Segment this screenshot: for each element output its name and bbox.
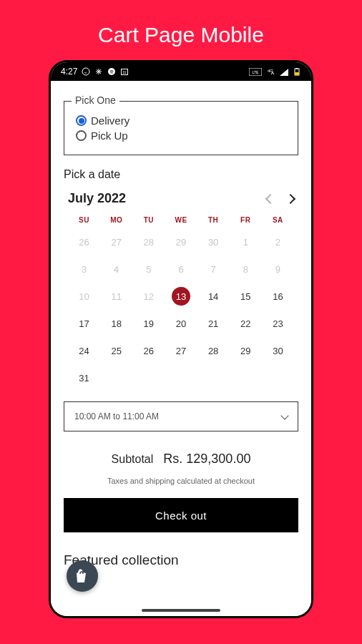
- calendar-day[interactable]: 25: [100, 337, 132, 364]
- calendar-prev-icon[interactable]: [265, 193, 275, 203]
- subtotal-amount: Rs. 129,300.00: [163, 452, 250, 467]
- calendar-day[interactable]: 11: [100, 283, 132, 310]
- calendar-day: [132, 364, 165, 391]
- radio-option-pickup[interactable]: Pick Up: [76, 130, 286, 142]
- home-indicator: [142, 609, 220, 612]
- calendar-day[interactable]: 22: [230, 310, 262, 337]
- checkout-button[interactable]: Check out: [64, 498, 298, 532]
- 4g-signal-icon: 4G: [265, 68, 275, 76]
- calendar-day[interactable]: 30: [197, 228, 230, 255]
- calendar-day[interactable]: 30: [262, 337, 294, 364]
- calendar-day[interactable]: 28: [197, 337, 230, 364]
- whatsapp-icon: [82, 67, 90, 76]
- shopify-fab[interactable]: [67, 560, 98, 592]
- calendar-day[interactable]: 28: [132, 228, 165, 255]
- calendar-day: [100, 364, 132, 391]
- battery-icon: [293, 68, 301, 76]
- radio-label: Pick Up: [91, 130, 128, 142]
- lte-icon: LTE: [249, 68, 262, 76]
- time-slot-value: 10:00 AM to 11:00 AM: [74, 411, 159, 421]
- radio-icon: [76, 130, 87, 141]
- calendar-day[interactable]: 2: [262, 228, 294, 255]
- calendar-dow: SA: [262, 216, 294, 224]
- svg-point-0: [82, 68, 89, 75]
- calendar-day[interactable]: 3: [68, 255, 100, 283]
- calendar-day[interactable]: 16: [262, 283, 294, 310]
- radio-label: Delivery: [91, 114, 129, 127]
- calendar-day[interactable]: 27: [165, 337, 197, 364]
- calendar-day[interactable]: 21: [197, 310, 230, 337]
- calendar-day: [197, 364, 230, 391]
- fieldset-legend: Pick One: [72, 94, 119, 106]
- radio-option-delivery[interactable]: Delivery: [76, 114, 286, 127]
- calendar-day[interactable]: 12: [132, 283, 165, 310]
- calendar-days-grid: 2627282930123456789101112131415161718192…: [68, 228, 294, 391]
- calendar-day[interactable]: 5: [132, 255, 165, 283]
- calendar-day[interactable]: 6: [165, 255, 197, 283]
- status-bar: 4:27 31 LTE 4G: [51, 62, 311, 81]
- pick-date-label: Pick a date: [64, 168, 298, 181]
- calendar-dow: FR: [230, 216, 262, 224]
- svg-text:31: 31: [123, 71, 127, 74]
- calendar-day[interactable]: 9: [262, 255, 294, 283]
- calendar-dow: TH: [197, 216, 230, 224]
- status-time: 4:27: [61, 67, 77, 77]
- checkout-button-label: Check out: [155, 509, 207, 522]
- featured-collection-heading: Featured collection: [64, 552, 298, 568]
- chevron-down-icon: [280, 411, 288, 419]
- svg-text:LTE: LTE: [253, 70, 259, 74]
- spotify-icon: [107, 67, 116, 76]
- shopify-icon: [74, 567, 91, 585]
- svg-rect-8: [295, 72, 299, 75]
- calendar-31-icon: 31: [120, 67, 129, 76]
- calendar-day: [262, 364, 294, 391]
- calendar-day[interactable]: 13: [165, 283, 197, 310]
- calendar-dow: MO: [100, 216, 132, 224]
- calendar-day[interactable]: 19: [132, 310, 165, 337]
- delivery-type-fieldset: Pick One Delivery Pick Up: [64, 101, 298, 155]
- calendar-day[interactable]: 20: [165, 310, 197, 337]
- calendar-day[interactable]: 18: [100, 310, 132, 337]
- calendar-day[interactable]: 24: [68, 337, 100, 364]
- calendar-dow: TU: [132, 216, 165, 224]
- screen-content: Pick One Delivery Pick Up Pick a date Ju…: [51, 81, 311, 616]
- phone-frame: 4:27 31 LTE 4G Pick One Delivery Pick Up: [49, 60, 313, 618]
- calendar-dow: SU: [68, 216, 100, 224]
- time-slot-select[interactable]: 10:00 AM to 11:00 AM: [64, 401, 298, 431]
- calendar-day[interactable]: 1: [230, 228, 262, 255]
- calendar-day[interactable]: 31: [68, 364, 100, 391]
- calendar-day[interactable]: 14: [197, 283, 230, 310]
- calendar-day[interactable]: 8: [230, 255, 262, 283]
- svg-rect-9: [296, 68, 298, 69]
- calendar-day[interactable]: 29: [165, 228, 197, 255]
- signal-icon: [279, 68, 289, 76]
- subtotal-label: Subtotal: [112, 453, 154, 466]
- calendar-dow-row: SUMOTUWETHFRSA: [68, 216, 294, 224]
- calendar-day: [230, 364, 262, 391]
- calendar-next-icon[interactable]: [285, 193, 295, 203]
- subtotal-row: Subtotal Rs. 129,300.00: [64, 452, 298, 467]
- calendar-month: July 2022: [68, 191, 126, 206]
- slack-icon: [94, 67, 103, 76]
- tax-note: Taxes and shipping calculated at checkou…: [64, 477, 298, 485]
- calendar-day[interactable]: 17: [68, 310, 100, 337]
- calendar-day[interactable]: 7: [197, 255, 230, 283]
- page-title: Cart Page Mobile: [98, 23, 264, 47]
- calendar-day[interactable]: 29: [230, 337, 262, 364]
- calendar-day[interactable]: 26: [68, 228, 100, 255]
- calendar-day[interactable]: 23: [262, 310, 294, 337]
- calendar: July 2022 SUMOTUWETHFRSA 262728293012345…: [64, 191, 298, 391]
- calendar-day: [165, 364, 197, 391]
- calendar-day[interactable]: 10: [68, 283, 100, 310]
- radio-icon: [76, 115, 87, 126]
- calendar-day[interactable]: 4: [100, 255, 132, 283]
- calendar-day[interactable]: 27: [100, 228, 132, 255]
- calendar-day[interactable]: 26: [132, 337, 165, 364]
- calendar-dow: WE: [165, 216, 197, 224]
- calendar-day[interactable]: 15: [230, 283, 262, 310]
